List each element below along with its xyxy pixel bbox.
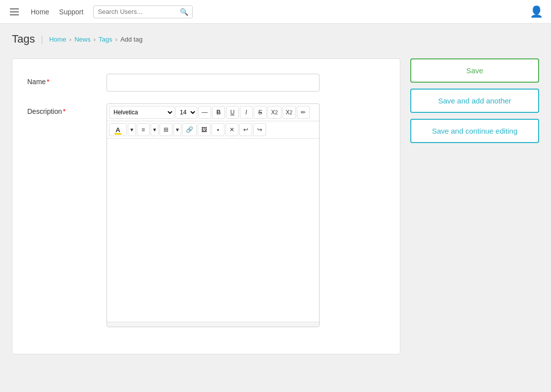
rte-table-button[interactable]: ⊞ (160, 123, 172, 136)
search-box: 🔍 (93, 5, 193, 18)
rte-body[interactable] (107, 139, 319, 322)
description-field-container: Helvetica Arial Times New Roman 14 10 12… (107, 103, 385, 327)
breadcrumb-sep-1: › (69, 36, 71, 43)
support-nav-link[interactable]: Support (59, 8, 83, 16)
rte-embed-button[interactable]: ▪ (212, 123, 224, 136)
font-size-select[interactable]: 14 10 12 16 18 (175, 106, 197, 119)
rte-superscript-button[interactable]: X2 (268, 106, 281, 119)
page-title: Tags (12, 33, 35, 46)
description-required: * (63, 107, 65, 115)
description-row: Description* Helvetica Arial Times New R… (27, 103, 385, 327)
rte-editor: Helvetica Arial Times New Roman 14 10 12… (107, 103, 320, 327)
rte-redo-button[interactable]: ↪ (253, 123, 266, 136)
rte-align-dropdown[interactable]: ▾ (151, 123, 159, 136)
name-label: Name* (27, 74, 107, 86)
form-card: Name* Description* Helvetica Arial Tim (12, 58, 400, 354)
home-nav-link[interactable]: Home (31, 8, 49, 16)
rte-toolbar-row-2: A ▾ ≡ ▾ ⊞ ▾ 🔗 🖼 ▪ ✕ ↩ ↪ (107, 121, 319, 139)
breadcrumb: Home › News › Tags › Add tag (49, 36, 143, 43)
name-field-container (107, 74, 385, 92)
breadcrumb-home[interactable]: Home (49, 36, 66, 43)
save-button[interactable]: Save (410, 58, 539, 83)
rte-align-button[interactable]: ≡ (137, 123, 150, 136)
rte-strikethrough-button[interactable]: S (254, 106, 267, 119)
rte-scrollbar[interactable] (107, 322, 319, 327)
font-family-select[interactable]: Helvetica Arial Times New Roman (109, 106, 174, 119)
breadcrumb-sep-2: › (94, 36, 96, 43)
breadcrumb-area: Tags | Home › News › Tags › Add tag (0, 24, 551, 50)
breadcrumb-tags[interactable]: Tags (99, 36, 112, 43)
rte-eraser-button[interactable]: ✏ (297, 106, 310, 119)
breadcrumb-news[interactable]: News (74, 36, 91, 43)
description-label: Description* (27, 103, 107, 115)
action-buttons-panel: Save Save and add another Save and conti… (410, 58, 539, 143)
name-row: Name* (27, 74, 385, 92)
rte-subscript-button[interactable]: X2 (282, 106, 296, 119)
rte-color-button[interactable]: A (109, 123, 127, 136)
search-button[interactable]: 🔍 (180, 8, 188, 16)
rte-undo-button[interactable]: ↩ (239, 123, 252, 136)
save-and-continue-button[interactable]: Save and continue editing (410, 119, 539, 143)
breadcrumb-current: Add tag (120, 36, 143, 43)
main-divider: | (41, 34, 43, 45)
rte-clear-button[interactable]: ✕ (225, 123, 238, 136)
search-input[interactable] (98, 8, 177, 15)
user-avatar[interactable]: 👤 (529, 5, 543, 19)
rte-color-dropdown[interactable]: ▾ (128, 123, 136, 136)
rte-image-button[interactable]: 🖼 (198, 123, 211, 136)
hamburger-menu[interactable] (8, 6, 21, 17)
name-input[interactable] (107, 74, 320, 92)
name-required: * (47, 78, 49, 86)
rte-toolbar-row-1: Helvetica Arial Times New Roman 14 10 12… (107, 104, 319, 121)
rte-bold-button[interactable]: B (212, 106, 225, 119)
save-and-add-another-button[interactable]: Save and add another (410, 89, 539, 113)
rte-hr-button[interactable]: — (198, 106, 211, 119)
rte-table-dropdown[interactable]: ▾ (173, 123, 181, 136)
breadcrumb-sep-3: › (115, 36, 117, 43)
main-content: Name* Description* Helvetica Arial Tim (0, 50, 551, 362)
rte-underline-button[interactable]: U (226, 106, 239, 119)
color-indicator (114, 133, 121, 135)
rte-link-button[interactable]: 🔗 (182, 123, 197, 136)
rte-italic-button[interactable]: I (240, 106, 253, 119)
top-nav: Home Support 🔍 👤 (0, 0, 551, 24)
